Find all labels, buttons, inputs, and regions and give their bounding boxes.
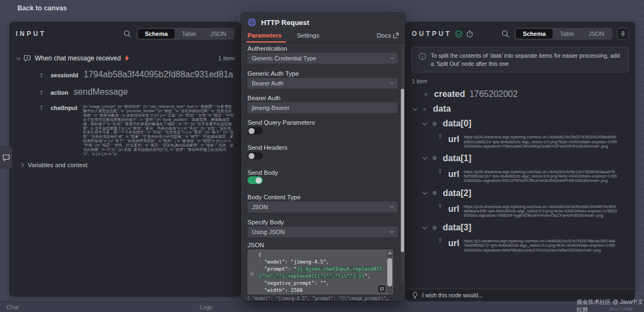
output-view-tabs: Schema Table JSON bbox=[515, 28, 612, 40]
chevron-down-icon[interactable] bbox=[423, 224, 427, 229]
bottom-tab-logs[interactable]: Logs bbox=[200, 304, 212, 310]
chevron-down-icon[interactable] bbox=[423, 190, 427, 194]
output-url-row[interactable]: T url https://p26-dreamina-sign.byteimg.… bbox=[436, 203, 635, 218]
specify-body-select[interactable]: Using JSON bbox=[247, 227, 398, 237]
field-key: url bbox=[448, 169, 459, 179]
docs-link[interactable]: Docs bbox=[377, 32, 399, 42]
editor-scrollbar-thumb[interactable] bbox=[387, 258, 392, 286]
expand-editor-icon[interactable] bbox=[378, 285, 386, 292]
generic-auth-type-value: Bearer Auth bbox=[252, 80, 283, 87]
output-field-data[interactable]: ≡ data bbox=[413, 104, 635, 114]
output-entry-data2[interactable]: ⚙ data[2] bbox=[423, 188, 635, 198]
specify-body-label: Specify Body bbox=[247, 219, 284, 225]
chevron-down-icon[interactable] bbox=[413, 106, 417, 111]
json-code-content[interactable]: { "model": "jimeng-4.5", "prompt": "{{ $… bbox=[258, 252, 386, 294]
text-type-icon: T bbox=[436, 237, 444, 243]
output-entry-data0[interactable]: ⚙ data[0] bbox=[423, 119, 635, 129]
input-source-node-row[interactable]: When chat message received 1 item bbox=[17, 54, 234, 62]
watermark-subtext: @51CTO博客 bbox=[609, 307, 633, 312]
bottom-tab-chat[interactable]: Chat bbox=[7, 304, 18, 310]
output-url-row[interactable]: T url https://p26-dreamina-sign.byteimg.… bbox=[436, 168, 635, 183]
field-key: url bbox=[448, 238, 459, 248]
pin-data-button[interactable] bbox=[617, 28, 629, 40]
authentication-select[interactable]: Generic Credential Type bbox=[247, 53, 398, 64]
chat-toggle-tab[interactable] bbox=[0, 146, 12, 169]
input-panel-header: INPUT Schema Table JSON bbox=[9, 22, 241, 45]
output-tab-json[interactable]: JSON bbox=[581, 29, 611, 39]
text-type-icon: T bbox=[436, 168, 444, 174]
body-content-type-select[interactable]: JSON bbox=[247, 201, 398, 212]
send-query-parameters-toggle[interactable] bbox=[247, 127, 263, 134]
output-url-row[interactable]: T url https://p3-dreamina-sign.byteimg.c… bbox=[436, 237, 635, 253]
lightbulb-icon bbox=[412, 292, 418, 299]
field-value: {\n "image_prompt": {\n "面部保存": {\n "use… bbox=[83, 105, 235, 156]
send-body-toggle[interactable] bbox=[247, 176, 263, 184]
input-tab-table[interactable]: Table bbox=[175, 29, 203, 39]
field-value: 1794ab58a3f44095b2fd88ac931ed81a bbox=[84, 70, 233, 79]
body-content-type-value: JSON bbox=[252, 204, 268, 210]
output-tab-schema[interactable]: Schema bbox=[516, 29, 553, 39]
output-entry-data1[interactable]: ⚙ data[1] bbox=[423, 154, 635, 163]
search-icon[interactable] bbox=[501, 30, 509, 38]
toggle-knob bbox=[256, 178, 262, 183]
docs-label: Docs bbox=[377, 32, 391, 39]
input-items-count: 1 item bbox=[218, 55, 234, 62]
input-field-chatinput[interactable]: T chatInput {\n "image_prompt": {\n "面部保… bbox=[38, 105, 234, 156]
http-panel-scrollbar-thumb[interactable] bbox=[401, 89, 404, 252]
input-field-sessionid[interactable]: T sessionId 1794ab58a3f44095b2fd88ac931e… bbox=[38, 70, 234, 79]
scrollbar-up-arrow[interactable] bbox=[388, 251, 392, 254]
http-panel-header: HTTP Request bbox=[241, 13, 405, 32]
bearer-auth-credential-field[interactable]: jimeng-Bearer bbox=[247, 102, 398, 113]
authentication-label: Authentication bbox=[247, 45, 287, 52]
wish-text: I wish this node would... bbox=[422, 292, 482, 298]
input-panel: INPUT Schema Table JSON When chat messag… bbox=[9, 22, 241, 297]
send-headers-toggle[interactable] bbox=[247, 152, 263, 160]
search-icon[interactable] bbox=[123, 30, 131, 38]
send-headers-label: Send Headers bbox=[247, 144, 288, 151]
bearer-auth-value: jimeng-Bearer bbox=[252, 105, 289, 111]
output-tab-table[interactable]: Table bbox=[553, 29, 581, 39]
output-items-count: 1 item bbox=[412, 78, 629, 84]
send-query-parameters-label: Send Query Parameters bbox=[247, 119, 315, 126]
globe-icon bbox=[247, 18, 256, 27]
field-key: url bbox=[448, 204, 459, 214]
code-line: ", bbox=[364, 273, 370, 279]
bottom-bar: Chat Logs bbox=[0, 301, 644, 312]
input-tab-json[interactable]: JSON bbox=[203, 29, 233, 39]
input-tab-schema[interactable]: Schema bbox=[138, 29, 175, 39]
output-field-created[interactable]: # created 1765202002 bbox=[422, 89, 635, 99]
entry-name: data[2] bbox=[443, 188, 471, 198]
tab-settings[interactable]: Settings bbox=[297, 32, 320, 42]
output-panel-title: OUTPUT bbox=[412, 30, 451, 38]
authentication-value: Generic Credential Type bbox=[252, 55, 316, 62]
body-content-type-label: Body Content Type bbox=[247, 194, 301, 200]
http-panel-tabs: Parameters Settings Docs bbox=[241, 32, 405, 42]
tab-parameters[interactable]: Parameters bbox=[247, 32, 283, 42]
field-key: action bbox=[51, 89, 68, 96]
text-type-icon: T bbox=[436, 203, 444, 209]
chevron-down-icon bbox=[390, 81, 394, 84]
entry-name: data[0] bbox=[443, 119, 471, 129]
success-check-icon bbox=[455, 30, 462, 38]
fx-badge: fx bbox=[250, 271, 254, 277]
field-value: sendMessage bbox=[73, 87, 128, 97]
json-code-editor[interactable]: fx { "model": "jimeng-4.5", "prompt": "{… bbox=[247, 249, 393, 295]
field-value: 1765202002 bbox=[469, 89, 518, 99]
input-node-title: When chat message received bbox=[35, 54, 121, 62]
generic-auth-type-select[interactable]: Bearer Auth bbox=[247, 78, 398, 89]
variables-and-context-row[interactable]: Variables and context bbox=[20, 162, 234, 168]
chevron-down-icon[interactable] bbox=[423, 155, 427, 160]
output-url-row[interactable]: T url https://p26-dreamina-sign.byteimg.… bbox=[436, 133, 635, 149]
input-field-action[interactable]: T action sendMessage bbox=[38, 87, 234, 97]
field-key: created bbox=[434, 89, 465, 99]
url-value: https://p26-dreamina-sign.byteimg.com/to… bbox=[463, 170, 617, 183]
chat-bubble-icon bbox=[3, 154, 10, 161]
back-to-canvas-link[interactable]: Back to canvas bbox=[17, 4, 67, 12]
toggle-knob bbox=[249, 128, 255, 134]
chevron-down-icon[interactable] bbox=[16, 55, 21, 59]
output-entry-data3[interactable]: ⚙ data[3] bbox=[423, 223, 635, 233]
chevron-down-icon[interactable] bbox=[423, 121, 427, 125]
object-icon: ⚙ bbox=[431, 155, 438, 161]
chevron-right-icon bbox=[20, 163, 24, 167]
number-type-icon: # bbox=[422, 91, 430, 97]
